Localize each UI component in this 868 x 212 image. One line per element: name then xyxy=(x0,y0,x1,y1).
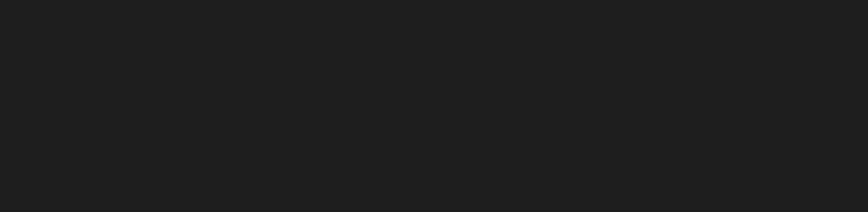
finder-window xyxy=(0,0,868,212)
